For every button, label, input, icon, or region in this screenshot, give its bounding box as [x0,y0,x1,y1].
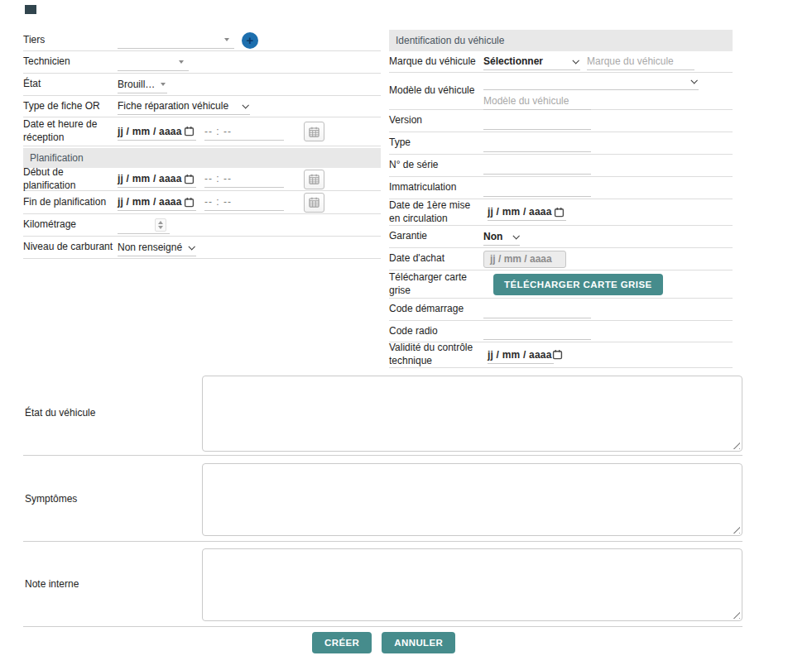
vehicle-repair-order-form: Tiers + Technicien État Brouill… Type de… [0,0,812,670]
modele-text-input[interactable] [483,93,591,110]
row-debut-planification: Début de planification jj / mm / aaaa --… [23,168,381,191]
num-serie-label: N° de série [389,159,483,172]
technicien-select[interactable] [118,54,189,71]
telecharger-carte-grise-button[interactable]: TÉLÉCHARGER CARTE GRISE [493,274,663,295]
debut-planification-calendar-button[interactable] [304,170,324,189]
kilometrage-label: Kilométrage [23,218,118,232]
row-code-radio: Code radio [389,321,733,342]
controle-technique-label: Validité du contrôle technique [389,342,483,367]
row-type: Type [389,132,733,155]
version-input[interactable] [483,112,591,130]
calendar-grid-icon [309,174,320,184]
time-reception-input[interactable]: -- : -- [204,123,284,141]
garantie-value: Non [483,231,502,242]
garantie-select[interactable]: Non [483,228,520,246]
version-label: Version [389,114,483,127]
number-spinner-icon[interactable] [155,218,166,232]
num-serie-input[interactable] [483,157,591,175]
vehicle-identification-column: Identification du véhicule Marque du véh… [389,30,733,368]
kilometrage-input[interactable] [118,217,170,234]
type-label: Type [389,136,483,150]
symptomes-textarea[interactable] [202,463,742,536]
chevron-down-icon [572,57,579,64]
create-button[interactable]: CRÉER [312,632,372,653]
row-immatriculation: Immatriculation [389,177,733,199]
menu-toggle-marker[interactable] [25,5,36,14]
symptomes-label: Symptômes [25,493,77,505]
immatriculation-label: Immatriculation [389,181,483,194]
chevron-down-icon [690,77,697,84]
code-demarrage-label: Code démarrage [389,303,483,316]
row-note-interne: Note interne [23,542,742,627]
fin-planification-time-input[interactable]: -- : -- [204,194,284,211]
debut-planification-label: Début de planification [23,166,118,192]
debut-planification-time-input[interactable]: -- : -- [204,170,284,188]
row-controle-technique: Validité du contrôle technique jj / mm /… [389,342,733,368]
calendar-icon [184,126,195,136]
modele-select[interactable] [483,73,699,90]
chevron-down-icon [188,243,195,250]
row-date-reception: Date et heure de réception jj / mm / aaa… [23,117,381,146]
marque-select[interactable]: Sélectionner [483,53,580,70]
type-fiche-label: Type de fiche OR [23,100,118,113]
etat-vehicule-textarea[interactable] [202,376,742,452]
chevron-down-icon [242,102,248,108]
row-date-achat: Date d'achat jj / mm / aaaa [389,248,733,270]
caret-down-icon [161,83,166,86]
date-achat-input-disabled: jj / mm / aaaa [483,251,566,268]
tiers-label: Tiers [23,34,118,47]
row-version: Version [389,110,733,132]
notes-section: État du véhicule Symptômes Note interne [23,371,742,627]
date-placeholder-text: jj / mm / aaaa [118,173,182,184]
row-type-fiche: Type de fiche OR Fiche réparation véhicu… [23,96,381,117]
calendar-grid-icon [309,197,320,208]
planification-section-header: Planification [23,148,381,168]
fin-planification-calendar-button[interactable] [304,193,324,213]
date-reception-calendar-button[interactable] [304,122,324,141]
debut-planification-date-input[interactable]: jj / mm / aaaa [118,170,196,188]
calendar-icon [184,174,195,184]
row-num-serie: N° de série [389,155,733,177]
etat-label: État [23,78,118,91]
left-form-column: Tiers + Technicien État Brouill… Type de… [23,30,381,259]
row-etat: État Brouill… [23,74,381,96]
fin-planification-date-input[interactable]: jj / mm / aaaa [118,194,196,211]
tiers-select[interactable] [118,31,234,49]
note-interne-textarea[interactable] [202,548,742,621]
niveau-carburant-label: Niveau de carburant [23,241,118,254]
row-garantie: Garantie Non [389,226,733,248]
row-code-demarrage: Code démarrage [389,299,733,321]
note-interne-label: Note interne [25,578,79,590]
date-reception-date-input[interactable]: jj / mm / aaaa [118,123,196,141]
add-tiers-button[interactable]: + [242,32,258,49]
row-symptomes: Symptômes [23,456,742,542]
code-demarrage-input[interactable] [483,301,591,318]
mise-circulation-date-input[interactable]: jj / mm / aaaa [488,203,566,221]
type-fiche-select[interactable]: Fiche réparation véhicule [118,98,250,115]
calendar-icon [552,349,563,360]
row-carte-grise: Télécharger carte grise TÉLÉCHARGER CART… [389,270,733,299]
marque-select-value: Sélectionner [483,55,543,67]
modele-label: Modèle du véhicule [389,84,483,98]
cancel-button[interactable]: ANNULER [382,632,455,653]
marque-text-input[interactable] [587,53,694,70]
immatriculation-input[interactable] [483,179,591,197]
type-input[interactable] [483,135,591,152]
date-placeholder-text: jj / mm / aaaa [118,196,182,208]
code-radio-input[interactable] [483,323,591,340]
niveau-carburant-select[interactable]: Non renseigné [118,239,196,256]
marque-label: Marque du véhicule [389,55,483,69]
identification-header-text: Identification du véhicule [396,35,504,46]
row-kilometrage: Kilométrage [23,214,381,237]
mise-circulation-label: Date de 1ère mise en circulation [389,199,483,225]
date-reception-label: Date et heure de réception [23,118,118,144]
etat-vehicule-label: État du véhicule [25,407,95,419]
niveau-carburant-value: Non renseigné [118,242,182,253]
technicien-label: Technicien [23,55,118,69]
calendar-icon [184,197,195,208]
calendar-grid-icon [309,127,320,137]
controle-technique-date-input[interactable]: jj / mm / aaaa [488,347,554,364]
carte-grise-label: Télécharger carte grise [389,271,483,297]
time-placeholder-text: -- : -- [204,126,232,137]
etat-select[interactable]: Brouill… [118,76,167,93]
